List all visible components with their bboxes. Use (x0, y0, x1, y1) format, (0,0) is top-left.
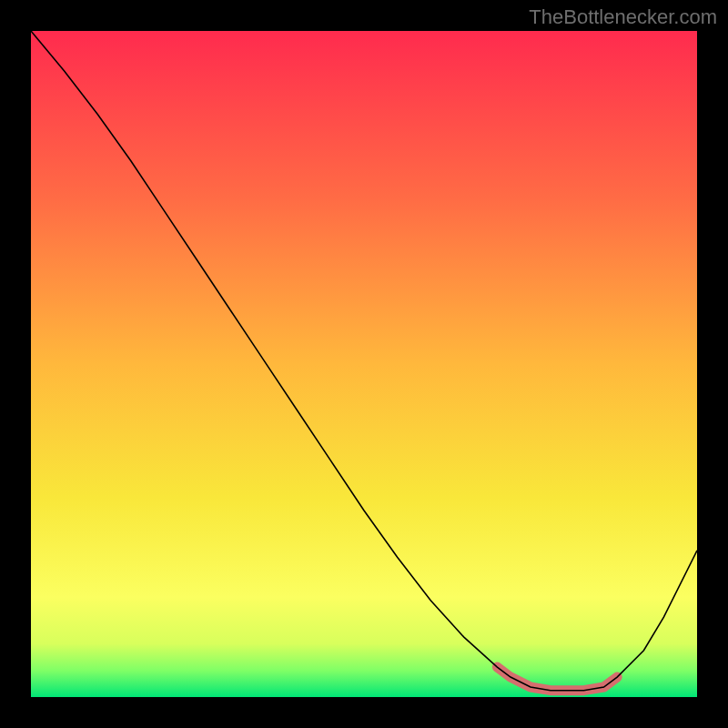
bottleneck-curve (31, 31, 697, 691)
watermark-text: TheBottlenecker.com (529, 5, 717, 29)
chart-plot-area (31, 31, 697, 697)
curve-layer (31, 31, 697, 697)
